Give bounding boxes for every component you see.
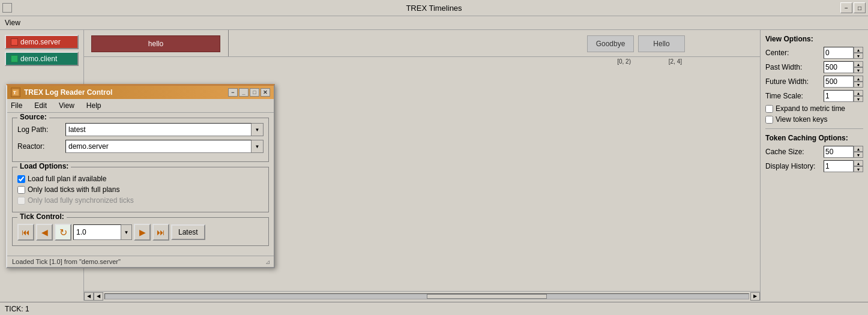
log-path-select[interactable]: latest (65, 123, 252, 136)
only-synchronized-checkbox[interactable] (17, 197, 25, 205)
center-spin (824, 47, 863, 59)
future-width-spin-down[interactable] (854, 82, 863, 88)
cache-size-label: Cache Size: (765, 148, 804, 156)
future-width-input[interactable] (824, 76, 854, 88)
load-options-fieldset: Load Options: Load full plan if availabl… (12, 167, 269, 212)
load-options-legend: Load Options: (17, 162, 71, 170)
center-spin-buttons (854, 47, 863, 59)
only-full-plans-checkbox[interactable] (17, 186, 25, 194)
log-path-label: Log Path: (17, 125, 65, 134)
dialog-menu-view[interactable]: View (58, 100, 76, 111)
cache-size-input[interactable] (824, 146, 854, 158)
cache-size-spin (824, 146, 863, 158)
tick-prev-btn[interactable] (36, 224, 53, 241)
tick-dropdown-btn[interactable]: ▼ (121, 224, 132, 240)
dialog-menu-help[interactable]: Help (85, 100, 103, 111)
dialog-close-btn[interactable]: ✕ (261, 88, 270, 97)
tick-refresh-btn[interactable] (55, 224, 71, 241)
tick-last-btn[interactable] (152, 224, 169, 241)
only-full-plans-row: Only load ticks with full plans (17, 185, 264, 194)
time-scale-label: Time Scale: (765, 92, 803, 100)
cache-size-spin-down[interactable] (854, 152, 863, 158)
status-bar: TICK: 1 (0, 302, 868, 315)
demo-client-button[interactable]: demo.client (5, 52, 79, 66)
dialog-menu-file[interactable]: File (10, 100, 23, 111)
maximize-button[interactable]: □ (854, 2, 866, 13)
scroll-left-btn2[interactable]: ◀ (94, 292, 103, 301)
only-synchronized-label: Only load fully synchronized ticks (28, 196, 134, 205)
menu-bar: View (0, 16, 868, 30)
dialog-control-buttons: − _ □ ✕ (228, 88, 270, 97)
view-token-checkbox[interactable] (765, 116, 773, 124)
dialog-menu-bar: File Edit View Help (7, 99, 274, 113)
tick-control-legend: Tick Control: (17, 212, 67, 221)
scroll-track[interactable] (104, 293, 749, 299)
past-width-spin-down[interactable] (854, 67, 863, 73)
center-label: Center: (765, 49, 789, 57)
future-width-spin-up[interactable] (854, 76, 863, 82)
past-width-label: Past Width: (765, 63, 802, 71)
past-width-input[interactable] (824, 61, 854, 73)
minimize-button[interactable]: − (840, 2, 852, 13)
display-history-input[interactable] (824, 160, 854, 172)
center-spin-down[interactable] (854, 53, 863, 59)
menu-view[interactable]: View (2, 17, 23, 28)
expand-metric-row: Expand to metric time (765, 104, 863, 113)
dialog-resize-grip[interactable]: ⊿ (265, 259, 273, 266)
reactor-label: Reactor: (17, 142, 65, 151)
past-width-spin (824, 61, 863, 73)
tick-value-input[interactable] (73, 224, 121, 240)
reactor-row: Reactor: demo.server ▼ (17, 140, 264, 153)
time-scale-spin-buttons (854, 90, 863, 102)
dialog-menu-edit[interactable]: Edit (33, 100, 48, 111)
prev-icon (41, 227, 48, 237)
time-scale-row: Time Scale: (765, 90, 863, 102)
time-scale-input[interactable] (824, 90, 854, 102)
display-history-spin-down[interactable] (854, 166, 863, 172)
display-history-row: Display History: (765, 160, 863, 172)
dialog-maximize-btn[interactable]: □ (250, 88, 259, 97)
cache-size-spin-up[interactable] (854, 146, 863, 152)
reactor-select[interactable]: demo.server (65, 140, 252, 153)
tick-first-btn[interactable] (17, 224, 34, 241)
dialog-icon: T (11, 88, 20, 97)
time-scale-spin-down[interactable] (854, 96, 863, 102)
token-caching-title: Token Caching Options: (765, 134, 863, 142)
dialog-minimize-btn[interactable]: − (228, 88, 238, 97)
future-width-label: Future Width: (765, 77, 809, 86)
display-history-spin-up[interactable] (854, 160, 863, 166)
first-icon (22, 227, 30, 237)
future-width-row: Future Width: (765, 76, 863, 88)
scroll-left-btn[interactable]: ◀ (84, 292, 94, 301)
center-input[interactable] (824, 47, 854, 59)
tick-latest-button[interactable]: Latest (171, 224, 205, 240)
center-spin-up[interactable] (854, 47, 863, 53)
time-scale-spin (824, 90, 863, 102)
dialog-status-bar: Loaded Tick [1.0] from "demo.server" (7, 256, 274, 267)
source-legend: Source: (17, 113, 49, 121)
load-full-plan-checkbox[interactable] (17, 175, 25, 183)
tick-next-btn[interactable] (134, 224, 151, 241)
future-width-spin-buttons (854, 76, 863, 88)
expand-metric-checkbox[interactable] (765, 105, 773, 113)
title-bar: TREX Timelines − □ (0, 0, 868, 16)
past-width-spin-up[interactable] (854, 61, 863, 67)
next-icon (139, 227, 146, 237)
past-width-spin-buttons (854, 61, 863, 73)
scroll-right-btn[interactable]: ▶ (750, 292, 760, 301)
client-icon (11, 55, 18, 62)
time-scale-spin-up[interactable] (854, 90, 863, 96)
hello-token: hello (91, 35, 220, 52)
timeline-divider (228, 30, 229, 56)
reactor-dropdown-arrow[interactable]: ▼ (252, 140, 264, 153)
log-path-dropdown-arrow[interactable]: ▼ (252, 123, 264, 136)
view-token-label: View token keys (776, 115, 828, 124)
status-text: TICK: 1 (5, 305, 29, 313)
dialog-shade-btn[interactable]: _ (239, 88, 249, 97)
demo-server-button[interactable]: demo.server (5, 35, 79, 49)
dialog-status-text: Loaded Tick [1.0] from "demo.server" (12, 258, 121, 265)
hello2-token: Hello (638, 35, 685, 52)
expand-metric-label: Expand to metric time (776, 104, 845, 113)
scroll-thumb[interactable] (427, 294, 547, 299)
log-path-select-wrapper: latest ▼ (65, 123, 264, 136)
